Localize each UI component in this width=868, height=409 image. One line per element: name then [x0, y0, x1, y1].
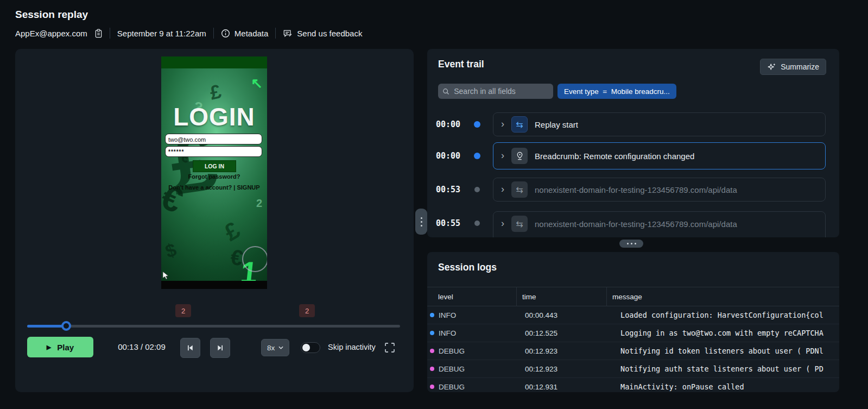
currency-glyph: £ [220, 218, 244, 245]
session-replay-page: Session replay AppEx@appex.com September… [0, 0, 868, 409]
playback-speed-dropdown[interactable]: 8x [261, 339, 289, 356]
play-icon: ▶ [47, 344, 51, 351]
skip-back-button[interactable] [180, 338, 200, 358]
log-message: Loaded configuration: HarvestConfigurati… [615, 311, 839, 319]
log-level-dot [430, 385, 434, 389]
replay-viewport[interactable]: £ ↖ 1 € £ ? $ 2 € £ 7 € LOGIN two@two.co… [161, 56, 267, 289]
feedback-button[interactable]: Send us feedback [283, 29, 362, 38]
timeline-event-badge[interactable]: 2 [175, 304, 191, 317]
log-time: 00:12.525 [519, 329, 615, 337]
log-time: 00:12.923 [519, 347, 615, 355]
search-input[interactable] [453, 86, 549, 96]
replay-player-panel: £ ↖ 1 € £ ? $ 2 € £ 7 € LOGIN two@two.co… [15, 49, 414, 392]
chevron-right-icon: › [501, 119, 504, 129]
event-trail-title: Event trail [438, 59, 484, 70]
fullscreen-icon [384, 342, 396, 354]
table-row: DEBUG 00:12.931 MainActivity: onPause ca… [427, 378, 839, 392]
phone-password-field: ****** [165, 146, 262, 157]
network-swap-icon: ⇆ [511, 181, 528, 198]
event-label: Replay start [535, 120, 578, 129]
event-timestamp: 00:53 [436, 185, 460, 194]
time-display: 00:13 / 02:09 [101, 337, 182, 357]
phone-forgot-password-link: Forgot password? [161, 173, 267, 180]
event-row: 00:55 › ⇆ nonexistent-domain-for-testing… [427, 211, 839, 237]
phone-status-bar [161, 56, 267, 68]
log-level-dot [430, 313, 434, 317]
event-label: nonexistent-domain-for-testing-123456789… [535, 185, 737, 194]
panel-resize-handle-horizontal[interactable] [619, 240, 643, 248]
session-logs-title: Session logs [438, 262, 497, 273]
search-icon [442, 87, 449, 96]
table-row: DEBUG 00:12.923 Notifying id token liste… [427, 342, 839, 360]
skip-forward-button[interactable] [210, 338, 230, 358]
chevron-right-icon: › [501, 184, 504, 194]
search-input-wrap [438, 84, 553, 99]
event-label: Breadcrumb: Remote configuration changed [535, 152, 694, 161]
timeline-knob[interactable] [61, 321, 71, 331]
panel-resize-handle-vertical[interactable] [415, 209, 427, 235]
table-header: level time message [427, 287, 839, 306]
event-card[interactable]: › ⇆ nonexistent-domain-for-testing-12345… [493, 211, 826, 237]
timeline-scrubber[interactable] [27, 325, 400, 328]
feedback-icon [283, 29, 293, 38]
chevron-right-icon: › [501, 150, 504, 160]
phone-email-field: two@two.com [165, 134, 262, 144]
log-level-dot [430, 367, 434, 371]
arrow-glyph: ↖ [251, 76, 263, 90]
event-dot [474, 187, 480, 192]
breadcrumb-pin-icon [511, 148, 528, 164]
table-row: INFO 00:12.525 Logging in as two@two.com… [427, 324, 839, 342]
chevron-down-icon [278, 346, 283, 349]
column-header-time: time [517, 287, 607, 306]
log-message: Notifying id token listeners about user … [615, 347, 839, 355]
event-card[interactable]: › ⇆ Replay start [493, 112, 826, 136]
copy-icon[interactable] [94, 29, 103, 38]
page-title: Session replay [15, 9, 88, 21]
tap-indicator-circle [242, 246, 267, 272]
number-glyph: 2 [256, 198, 262, 209]
replay-swap-icon: ⇆ [511, 116, 528, 133]
event-row-selected: 00:00 › Breadcrumb: Remote configuration… [427, 142, 839, 169]
log-level: DEBUG [439, 347, 465, 355]
skip-back-icon [186, 344, 194, 352]
event-row: 00:53 › ⇆ nonexistent-domain-for-testing… [427, 178, 839, 202]
log-message: Notifying auth state listeners about use… [615, 364, 839, 373]
sparkle-icon [767, 62, 776, 72]
log-level-dot [430, 331, 434, 335]
phone-bottom-bar [161, 281, 267, 289]
skip-inactivity-label: Skip inactivity [328, 337, 376, 357]
divider [213, 28, 214, 39]
event-dot [474, 121, 480, 128]
log-level: INFO [439, 311, 456, 319]
timeline-progress [27, 325, 66, 328]
skip-inactivity-toggle[interactable] [301, 342, 320, 353]
network-swap-icon: ⇆ [511, 216, 528, 232]
metadata-button[interactable]: Metadata [221, 29, 269, 38]
event-timestamp: 00:00 [436, 151, 460, 161]
play-button[interactable]: ▶ Play [27, 337, 93, 357]
event-label: nonexistent-domain-for-testing-123456789… [535, 219, 737, 229]
fullscreen-button[interactable] [383, 342, 396, 355]
replay-user: AppEx@appex.com [15, 29, 87, 38]
event-card[interactable]: › ⇆ nonexistent-domain-for-testing-12345… [493, 178, 826, 202]
log-message: Logging in as two@two.com with empty reC… [615, 329, 839, 337]
event-type-filter-chip[interactable]: Event type = Mobile breadcru... [557, 84, 676, 99]
phone-login-title: LOGIN [161, 102, 267, 131]
log-time: 00:12.923 [519, 365, 615, 373]
skip-forward-icon [216, 344, 224, 352]
divider [275, 28, 276, 39]
column-header-message: message [607, 287, 839, 306]
event-row: 00:00 › ⇆ Replay start [427, 112, 839, 136]
event-dot [474, 221, 480, 226]
event-trail-panel: Event trail Summarize Event type = Mobil… [427, 49, 839, 237]
summarize-button[interactable]: Summarize [760, 59, 826, 75]
log-message: MainActivity: onPause called [615, 382, 839, 391]
clipboard-icon [94, 29, 103, 38]
log-level: DEBUG [439, 365, 465, 373]
timeline-event-badge[interactable]: 2 [299, 304, 315, 317]
toggle-knob [302, 344, 310, 351]
event-card[interactable]: › Breadcrumb: Remote configuration chang… [493, 142, 826, 169]
column-header-level: level [427, 287, 517, 306]
log-time: 00:00.443 [519, 311, 615, 319]
phone-background: £ ↖ 1 € £ ? $ 2 € £ 7 € LOGIN two@two.co… [161, 68, 267, 281]
